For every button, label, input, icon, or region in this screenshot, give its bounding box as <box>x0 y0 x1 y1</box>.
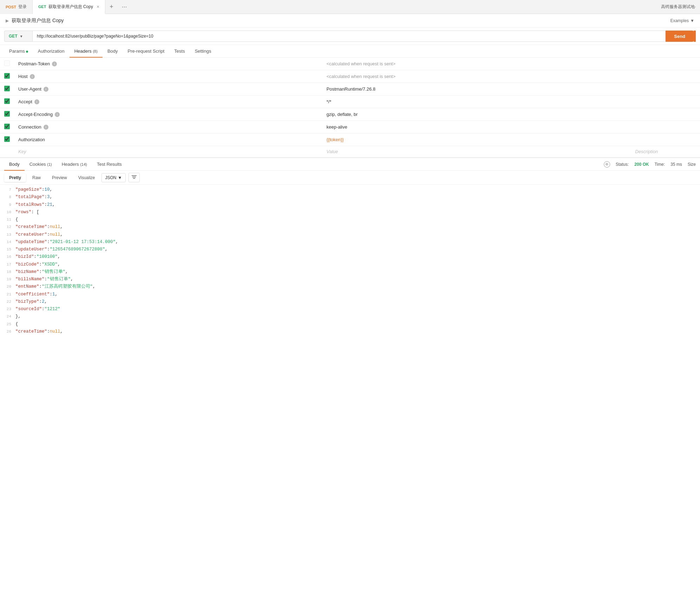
resp-body-label: Body <box>9 162 20 167</box>
line-number: 8 <box>3 194 15 201</box>
tab-prerequest[interactable]: Pre-request Script <box>123 45 170 57</box>
json-line: 20 "entName": "江苏高锷塑胶有限公司", <box>0 283 700 290</box>
headers-section: Postman-Tokeni<calculated when request i… <box>0 58 700 157</box>
close-tab-button[interactable]: × <box>97 4 99 9</box>
line-number: 23 <box>3 306 15 313</box>
header-checkbox-2[interactable] <box>4 86 10 91</box>
json-punct: , <box>58 261 60 268</box>
json-line: 12 "createTime": null, <box>0 223 700 231</box>
header-checkbox-1[interactable] <box>4 73 10 79</box>
json-key: "createTime" <box>15 328 47 335</box>
json-format-dropdown[interactable]: JSON ▼ <box>101 173 126 182</box>
line-number: 14 <box>3 239 15 246</box>
header-key-4: Accept-Encodingi <box>18 112 318 117</box>
time-label: Time: <box>654 162 665 167</box>
header-desc-1 <box>631 70 700 83</box>
header-desc-3 <box>631 96 700 108</box>
header-checkbox-0[interactable] <box>4 60 10 66</box>
resp-tab-headers[interactable]: Headers (14) <box>57 158 92 170</box>
json-line: 22 "bizType": 2, <box>0 298 700 306</box>
header-checkbox-3[interactable] <box>4 98 10 104</box>
more-tabs-button[interactable]: ··· <box>118 0 131 14</box>
request-title-bar: ▶ 获取登录用户信息 Copy Examples ▼ <box>0 14 700 28</box>
json-key: "pageSize" <box>15 186 42 194</box>
line-number: 13 <box>3 231 15 238</box>
pretty-button[interactable]: Pretty <box>4 174 26 182</box>
placeholder-cell-3[interactable]: Description <box>631 146 700 157</box>
header-desc-0 <box>631 58 700 70</box>
header-row: User-AgentiPostmanRuntime/7.26.8 <box>0 83 700 96</box>
json-null: null <box>50 231 60 238</box>
json-line: 9 "totalRows": 21, <box>0 201 700 209</box>
collapse-arrow[interactable]: ▶ <box>6 18 9 23</box>
header-checkbox-4[interactable] <box>4 111 10 117</box>
resp-headers-label: Headers <box>62 162 79 167</box>
filter-icon <box>132 175 137 179</box>
json-string: "1212" <box>45 306 60 313</box>
json-key: "createUser" <box>15 231 47 238</box>
filter-button[interactable] <box>128 173 140 182</box>
header-value-4: gzip, deflate, br <box>326 112 358 117</box>
line-number: 12 <box>3 224 15 230</box>
line-number: 9 <box>3 202 15 208</box>
json-null: null <box>50 223 60 231</box>
info-icon: i <box>44 125 48 130</box>
line-number: 7 <box>3 187 15 193</box>
response-tabs-bar: Body Cookies (1) Headers (14) Test Resul… <box>0 158 700 171</box>
send-button[interactable]: Send <box>666 31 694 42</box>
json-line: 17 "bizCode": "XSDD", <box>0 261 700 268</box>
url-input[interactable] <box>32 31 666 42</box>
json-punct: : <box>45 194 47 201</box>
resp-tab-test-results[interactable]: Test Results <box>92 158 127 170</box>
authorization-label: Authorization <box>38 48 65 54</box>
json-format-label: JSON <box>105 175 117 180</box>
json-key: "sourceId" <box>15 306 42 313</box>
tabs-bar: POST 登录 GET 获取登录用户信息 Copy × + ··· 高锷服务器测… <box>0 0 700 14</box>
add-tab-button[interactable]: + <box>105 0 118 14</box>
tab-settings[interactable]: Settings <box>190 45 216 57</box>
tab-headers[interactable]: Headers (8) <box>70 45 103 57</box>
json-punct: , <box>60 328 63 335</box>
json-line: 10 "rows": [ <box>0 209 700 216</box>
placeholder-cell-2[interactable]: Value <box>322 146 631 157</box>
examples-button[interactable]: Examples ▼ <box>670 18 694 23</box>
json-key: "bizType" <box>15 298 39 306</box>
preview-button[interactable]: Preview <box>47 174 72 182</box>
line-number: 25 <box>3 321 15 328</box>
json-key: "totalRows" <box>15 201 45 209</box>
tab-get-userinfo[interactable]: GET 获取登录用户信息 Copy × <box>33 0 105 14</box>
tab-body[interactable]: Body <box>103 45 123 57</box>
json-key: "entName" <box>15 283 39 290</box>
tab-params[interactable]: Params <box>4 45 33 57</box>
tab-authorization[interactable]: Authorization <box>33 45 70 57</box>
line-number: 11 <box>3 216 15 223</box>
json-line: 19 "billsName": "销售订单", <box>0 276 700 283</box>
header-checkbox-6[interactable] <box>4 136 10 142</box>
json-line: 24 }, <box>0 313 700 320</box>
tab-post-login[interactable]: POST 登录 <box>0 0 33 14</box>
placeholder-cell-0 <box>0 146 14 157</box>
json-key: "bizId" <box>15 253 34 261</box>
raw-button[interactable]: Raw <box>27 174 46 182</box>
header-row: Hosti<calculated when request is sent> <box>0 70 700 83</box>
visualize-button[interactable]: Visualize <box>73 174 100 182</box>
json-punct: : <box>42 306 45 313</box>
json-string: "XSDD" <box>42 261 58 268</box>
json-punct: { <box>15 216 18 223</box>
json-punct: , <box>60 231 63 238</box>
method-caret-icon: ▼ <box>20 34 23 38</box>
body-label: Body <box>107 48 118 54</box>
resp-tab-cookies[interactable]: Cookies (1) <box>25 158 57 170</box>
placeholder-cell-1[interactable]: Key <box>14 146 322 157</box>
method-dropdown[interactable]: GET ▼ <box>4 31 32 42</box>
response-status-bar: ⊕ Status: 200 OK Time: 35 ms Size <box>604 161 696 168</box>
resp-tab-body[interactable]: Body <box>4 158 25 170</box>
json-string: "1265476890672672808" <box>50 246 105 253</box>
tab-tests[interactable]: Tests <box>169 45 190 57</box>
line-number: 26 <box>3 328 15 335</box>
json-string: "100100" <box>37 253 58 261</box>
json-punct: , <box>50 194 53 201</box>
json-key: "updateTime" <box>15 238 47 246</box>
header-checkbox-5[interactable] <box>4 124 10 129</box>
header-row: Accepti*/* <box>0 96 700 108</box>
